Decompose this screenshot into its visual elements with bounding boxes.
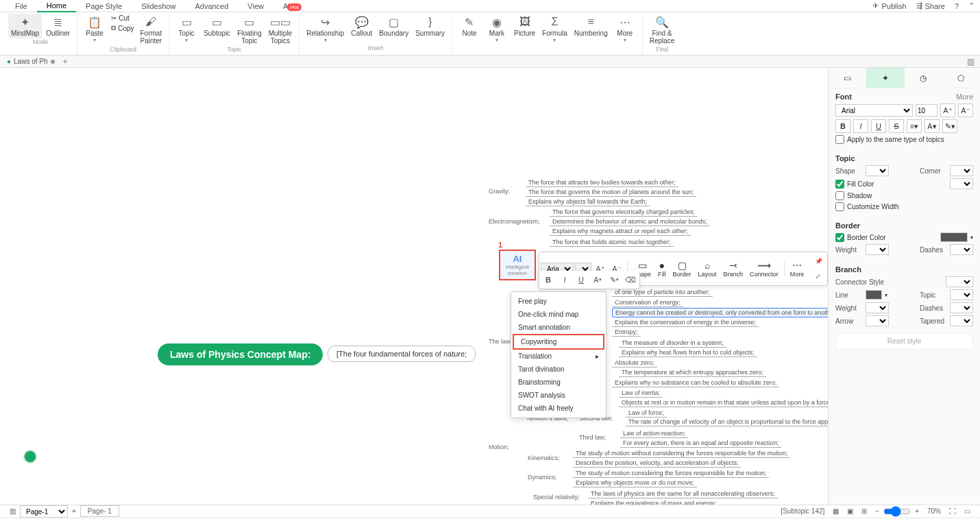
menu-pagestyle[interactable]: Page Style <box>76 1 132 12</box>
view3-icon[interactable]: ⊞ <box>857 507 871 515</box>
weight2-select[interactable] <box>866 302 889 313</box>
corner-select[interactable] <box>950 165 973 176</box>
fab-button[interactable] <box>23 450 37 463</box>
ft-expand-icon[interactable]: ⤢ <box>811 269 826 284</box>
page-tab[interactable]: Page- 1 <box>80 505 119 517</box>
add-page[interactable]: + <box>68 507 80 515</box>
strike-button[interactable]: S <box>889 119 904 133</box>
help-icon[interactable]: ? <box>955 2 959 10</box>
leaf[interactable]: Law of action-reaction; <box>620 429 688 438</box>
gravity-label[interactable]: Gravity; <box>489 188 510 195</box>
menu-slideshow[interactable]: Slideshow <box>132 1 185 12</box>
fillcolor-check[interactable]: Fill Color <box>835 178 973 189</box>
leaf[interactable]: Explains the equivalence of mass and ene… <box>588 499 720 505</box>
leaf[interactable]: The force that holds atomic nuclei toget… <box>550 238 674 247</box>
leaf[interactable]: The rate of change of velocity of an obj… <box>626 418 828 426</box>
leaf[interactable]: The force that attracts two bodies towar… <box>526 178 678 187</box>
dashes2-select[interactable] <box>950 302 973 313</box>
copy-button[interactable]: ⧉Copy <box>109 23 136 33</box>
dashes-select[interactable] <box>950 244 973 255</box>
ai-chat[interactable]: Chat with AI freely <box>511 402 606 415</box>
bold-button[interactable]: B <box>835 119 850 133</box>
connstyle-select[interactable] <box>946 276 973 287</box>
topic-button[interactable]: ▭Topic▾ <box>173 14 199 45</box>
rtab-theme[interactable]: ✦ <box>866 68 904 88</box>
cut-button[interactable]: ✂Cut <box>109 14 136 23</box>
reset-style[interactable]: Reset style <box>835 333 973 350</box>
more-insert[interactable]: ⋯More▾ <box>612 14 638 45</box>
leaf[interactable]: For every action, there is an equal and … <box>620 439 781 448</box>
ai-tarot[interactable]: Tarot divination <box>511 363 606 376</box>
leaf[interactable]: The force that governs electrically char… <box>550 208 698 217</box>
add-tab[interactable]: + <box>59 57 72 67</box>
leaf[interactable]: Law of force; <box>626 409 667 418</box>
fontsize-input[interactable] <box>916 104 938 117</box>
boundary-button[interactable]: ▢Boundary <box>376 14 411 38</box>
ai-copywriting[interactable]: Copywriting <box>513 334 604 350</box>
font-shrink[interactable]: A⁻ <box>958 104 973 117</box>
note-button[interactable]: ✎Note <box>456 14 482 38</box>
leaf[interactable]: Explains why magnets attract or repel ea… <box>550 227 691 236</box>
leaf[interactable]: The laws of physics are the same for all… <box>588 490 778 498</box>
relativity-label[interactable]: Relativity; <box>489 504 515 505</box>
zoom-in[interactable]: + <box>911 507 923 515</box>
paste-button[interactable]: 📋Paste▾ <box>82 14 108 45</box>
leaf[interactable]: Absolute zero; <box>612 359 657 367</box>
format-painter[interactable]: 🖌Format Painter <box>138 14 165 46</box>
ai-oneclick[interactable]: One-click mind map <box>511 308 606 321</box>
ft-italic[interactable]: I <box>557 272 572 287</box>
ft-bold[interactable]: B <box>541 272 556 287</box>
leaf[interactable]: The force that governs the motion of pla… <box>526 188 696 197</box>
menu-ai[interactable]: AIHot <box>273 1 311 12</box>
leaf[interactable]: The measure of disorder in a system; <box>619 339 726 348</box>
ft-branch[interactable]: ⤙Branch <box>721 260 746 278</box>
ai-freeplay[interactable]: Free play <box>511 295 606 308</box>
formula-button[interactable]: ΣFormula▾ <box>539 14 570 45</box>
bordercolor-swatch[interactable] <box>940 232 968 242</box>
fullscreen-icon[interactable]: ⛶ <box>945 507 960 515</box>
leaf[interactable]: Explains why objects fall towards the Ea… <box>526 197 650 206</box>
leaf[interactable]: Explains why objects move or do not move… <box>573 479 697 487</box>
leaf[interactable]: The study of motion without considering … <box>573 449 790 458</box>
ai-translation[interactable]: Translation▸ <box>511 350 606 363</box>
kinematics-label[interactable]: Kinematics; <box>528 455 560 461</box>
tapered-select[interactable] <box>950 315 973 326</box>
line-swatch[interactable] <box>866 290 882 300</box>
shape-select[interactable] <box>866 165 889 176</box>
view2-icon[interactable]: ▣ <box>843 507 857 515</box>
ft-clear[interactable]: ⌫ <box>623 272 638 287</box>
sub-node[interactable]: [The four fundamental forces of nature; <box>328 346 476 362</box>
font-more[interactable]: More <box>956 93 973 101</box>
apply-checkbox[interactable]: Apply to the same type of topics <box>835 135 973 144</box>
weight-select[interactable] <box>866 244 889 255</box>
summary-button[interactable]: }Summary <box>413 14 448 38</box>
leaf[interactable]: Law of inertia; <box>619 389 663 398</box>
font-grow[interactable]: A⁺ <box>940 104 955 117</box>
menu-view[interactable]: View <box>238 1 273 12</box>
fillcolor-select[interactable] <box>950 178 973 189</box>
root-node[interactable]: Laws of Physics Concept Map: <box>158 343 323 365</box>
callout-button[interactable]: 💬Callout <box>348 14 375 38</box>
mark-button[interactable]: ◉Mark▾ <box>484 14 510 45</box>
leaf[interactable]: Explains the conservation of energy in t… <box>612 318 759 327</box>
ai-swot[interactable]: SWOT analysis <box>511 389 606 402</box>
relationship-button[interactable]: ↪Relationship▾ <box>304 14 347 45</box>
numbering-button[interactable]: ≡Numbering <box>572 14 611 38</box>
rtab-style[interactable]: ▭ <box>829 68 866 88</box>
ai-button[interactable]: AI intelligent creation <box>499 250 536 280</box>
font-select[interactable]: Arial <box>835 104 913 117</box>
leaf[interactable]: Objects at rest or in motion remain in t… <box>619 398 828 407</box>
highlight-button[interactable]: ✎▾ <box>942 119 957 133</box>
floating-topic[interactable]: ▭Floating Topic <box>234 14 265 46</box>
rtab-shield[interactable]: ⬠ <box>942 68 980 88</box>
find-replace[interactable]: 🔍Find & Replace <box>647 14 678 46</box>
third-label[interactable]: Third law; <box>579 434 606 441</box>
bordercolor-check[interactable]: Border Color▾ <box>835 232 973 242</box>
leaf-selected[interactable]: Energy cannot be created or destroyed, o… <box>612 308 828 317</box>
multiple-topics[interactable]: ▭▭Multiple Topics <box>266 14 295 46</box>
leaf[interactable]: The temperature at which entropy approac… <box>619 368 766 377</box>
em-label[interactable]: Electromagnetism; <box>489 218 540 225</box>
shadow-check[interactable]: Shadow <box>835 191 973 200</box>
special-label[interactable]: Special relativity; <box>533 494 580 500</box>
motion-label[interactable]: Motion; <box>489 444 509 450</box>
